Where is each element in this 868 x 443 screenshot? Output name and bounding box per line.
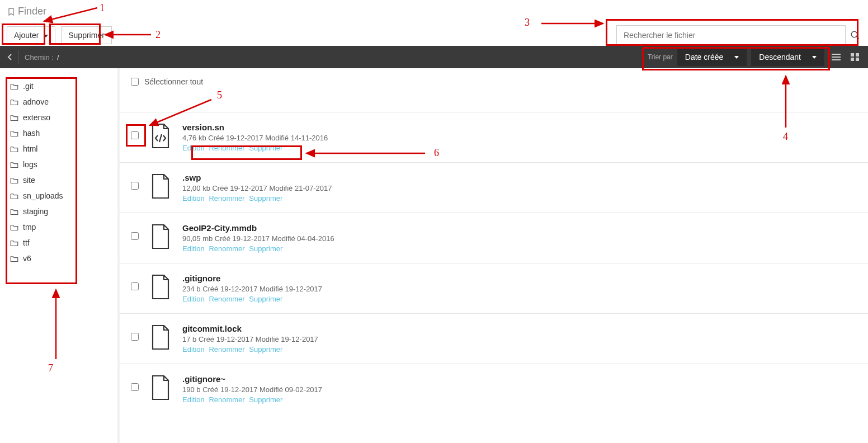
- folder-icon: [10, 255, 18, 262]
- file-name: .gitignore~: [182, 374, 857, 384]
- file-action-rename[interactable]: Renommer: [209, 144, 244, 152]
- back-button[interactable]: [6, 50, 19, 64]
- file-checkbox[interactable]: [131, 232, 139, 240]
- sidebar-item[interactable]: site: [8, 172, 110, 188]
- file-icon: [149, 374, 172, 401]
- file-action-delete[interactable]: Supprimer: [249, 194, 282, 202]
- grid-view-icon[interactable]: [848, 50, 862, 64]
- sidebar-item[interactable]: sn_uploads: [8, 188, 110, 204]
- file-info: gitcommit.lock17 b Créé 19-12-2017 Modif…: [182, 324, 857, 354]
- sidebar-item[interactable]: tmp: [8, 219, 110, 235]
- search-input[interactable]: [616, 25, 846, 45]
- file-action-delete[interactable]: Supprimer: [249, 295, 282, 303]
- svg-rect-8: [856, 58, 859, 61]
- path-value: /: [57, 53, 59, 62]
- sidebar-item[interactable]: logs: [8, 157, 110, 172]
- file-row: .gitignore234 b Créé 19-12-2017 Modifié …: [120, 263, 868, 313]
- file-actions: Edition Renommer Supprimer: [182, 194, 857, 202]
- sidebar-item-label: staging: [23, 207, 48, 216]
- sidebar-item[interactable]: staging: [8, 204, 110, 219]
- app-title: Finder: [7, 6, 861, 17]
- search-icon[interactable]: [849, 25, 861, 45]
- delete-button[interactable]: Supprimer: [61, 26, 112, 44]
- toolbar: Ajouter Supprimer: [7, 22, 861, 45]
- sidebar-item-label: html: [23, 144, 37, 153]
- file-action-edit[interactable]: Edition: [182, 144, 205, 152]
- sort-field-select[interactable]: Date créée: [677, 48, 747, 66]
- file-row: GeoIP2-City.mmdb90,05 mb Créé 19-12-2017…: [120, 213, 868, 263]
- file-name: .swp: [182, 173, 857, 182]
- folder-icon: [10, 161, 18, 168]
- folder-icon: [10, 145, 18, 153]
- pathbar: Chemin : / Trier par Date créée Descenda…: [0, 46, 868, 68]
- select-all-label: Sélectionner tout: [144, 77, 203, 86]
- svg-point-0: [851, 31, 857, 37]
- select-all-row: Sélectionner tout: [120, 68, 868, 95]
- sort-by-label: Trier par: [648, 53, 673, 61]
- file-action-edit[interactable]: Edition: [182, 395, 205, 404]
- sidebar-item-label: adnove: [23, 97, 49, 106]
- svg-rect-6: [856, 53, 859, 56]
- file-action-rename[interactable]: Renommer: [209, 194, 244, 202]
- file-name: .gitignore: [182, 274, 857, 283]
- bookmark-icon: [7, 7, 16, 16]
- file-actions: Edition Renommer Supprimer: [182, 395, 857, 404]
- sidebar-item[interactable]: hash: [8, 125, 110, 141]
- file-row: gitcommit.lock17 b Créé 19-12-2017 Modif…: [120, 313, 868, 364]
- folder-icon: [10, 192, 18, 200]
- folder-icon: [10, 114, 18, 121]
- search-wrap: [616, 25, 861, 45]
- sidebar: .gitadnoveextensohashhtmllogssitesn_uplo…: [0, 68, 117, 443]
- file-name: gitcommit.lock: [182, 324, 857, 333]
- file-icon: [149, 324, 172, 351]
- sidebar-item[interactable]: .git: [8, 78, 110, 94]
- file-checkbox[interactable]: [131, 131, 139, 139]
- sort-controls: Trier par Date créée Descendant: [648, 48, 862, 66]
- add-button[interactable]: Ajouter: [7, 26, 55, 44]
- file-action-rename[interactable]: Renommer: [209, 244, 244, 253]
- file-row: version.sn4,76 kb Créé 19-12-2017 Modifi…: [120, 112, 868, 162]
- file-action-delete[interactable]: Supprimer: [249, 345, 282, 354]
- file-name: GeoIP2-City.mmdb: [182, 223, 857, 233]
- file-row: .gitignore~190 b Créé 19-12-2017 Modifié…: [120, 364, 868, 414]
- select-all-checkbox[interactable]: [131, 78, 139, 86]
- folder-icon: [10, 239, 18, 247]
- sidebar-item[interactable]: extenso: [8, 110, 110, 125]
- file-action-edit[interactable]: Edition: [182, 194, 205, 202]
- list-view-icon[interactable]: [829, 50, 843, 64]
- file-action-delete[interactable]: Supprimer: [249, 144, 282, 152]
- sidebar-item[interactable]: adnove: [8, 94, 110, 110]
- header: Finder Ajouter Supprimer: [0, 0, 868, 46]
- file-action-edit[interactable]: Edition: [182, 345, 205, 354]
- file-action-rename[interactable]: Renommer: [209, 345, 244, 354]
- file-checkbox[interactable]: [131, 282, 139, 290]
- file-checkbox[interactable]: [131, 182, 139, 190]
- sidebar-item-label: hash: [23, 129, 40, 138]
- file-action-delete[interactable]: Supprimer: [249, 244, 282, 253]
- sidebar-item-label: tmp: [23, 223, 36, 232]
- file-actions: Edition Renommer Supprimer: [182, 244, 857, 253]
- sidebar-item[interactable]: html: [8, 141, 110, 157]
- folder-icon: [10, 224, 18, 231]
- file-icon: [149, 274, 172, 300]
- sidebar-item[interactable]: v6: [8, 251, 110, 266]
- sidebar-item-label: site: [23, 176, 35, 185]
- sidebar-item[interactable]: ttf: [8, 235, 110, 251]
- file-checkbox[interactable]: [131, 383, 139, 391]
- sidebar-item-label: ttf: [23, 238, 30, 247]
- file-action-edit[interactable]: Edition: [182, 244, 205, 253]
- svg-line-9: [159, 134, 162, 142]
- file-action-rename[interactable]: Renommer: [209, 395, 244, 404]
- sidebar-item-label: .git: [23, 82, 34, 91]
- folder-icon: [10, 83, 18, 90]
- sort-order-select[interactable]: Descendant: [751, 48, 824, 66]
- path-label: Chemin :: [25, 53, 54, 62]
- file-name: version.sn: [182, 122, 857, 132]
- file-info: .gitignore~190 b Créé 19-12-2017 Modifié…: [182, 374, 857, 404]
- file-meta: 17 b Créé 19-12-2017 Modifié 19-12-2017: [182, 335, 857, 343]
- file-action-edit[interactable]: Edition: [182, 295, 205, 303]
- main-panel: Sélectionner tout version.sn4,76 kb Créé…: [120, 68, 868, 443]
- file-action-delete[interactable]: Supprimer: [249, 395, 282, 404]
- file-checkbox[interactable]: [131, 333, 139, 341]
- file-action-rename[interactable]: Renommer: [209, 295, 244, 303]
